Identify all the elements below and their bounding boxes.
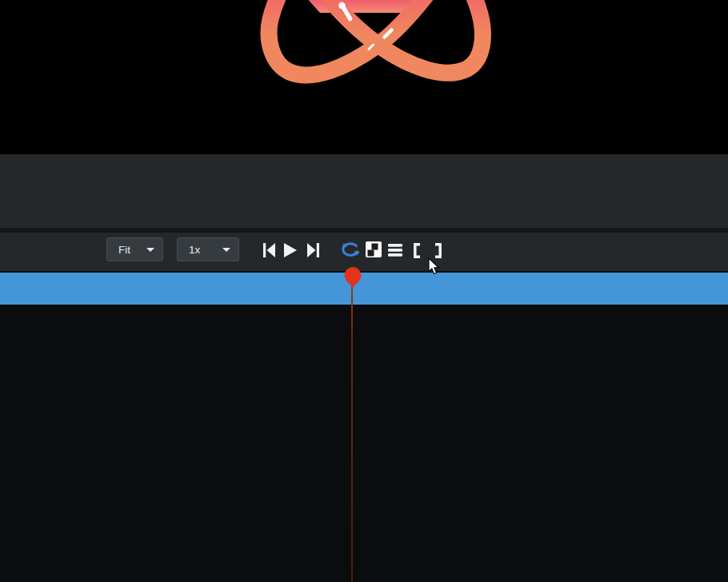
mark-out-button[interactable] — [434, 242, 443, 258]
player-toolbar: Fit 1x — [0, 233, 728, 271]
playback-speed-dropdown[interactable]: 1x — [177, 237, 239, 261]
timeline-track[interactable] — [0, 273, 728, 305]
chevron-down-icon — [222, 248, 230, 252]
playback-speed-dropdown-value: 1x — [189, 244, 200, 256]
frame-list-icon — [388, 244, 402, 257]
chevron-down-icon — [146, 248, 154, 252]
upper-panel-strip — [0, 154, 728, 228]
skip-to-end-icon — [307, 243, 319, 257]
loop-toggle-button[interactable] — [339, 241, 360, 259]
skip-to-end-button[interactable] — [306, 242, 319, 257]
playhead[interactable] — [342, 267, 363, 289]
lower-panel — [0, 305, 728, 582]
zoom-fit-dropdown[interactable]: Fit — [106, 237, 163, 261]
transparency-background-toggle-icon — [366, 241, 382, 257]
mark-out-bracket-icon — [434, 243, 443, 258]
loop-icon — [340, 242, 360, 258]
zoom-fit-dropdown-value: Fit — [118, 244, 130, 256]
frame-list-button[interactable] — [387, 243, 402, 257]
play-button[interactable] — [283, 242, 297, 257]
player-window: Fit 1x — [0, 0, 728, 582]
mark-in-button[interactable] — [411, 242, 421, 258]
play-icon — [284, 243, 297, 257]
background-toggle-button[interactable] — [365, 241, 382, 257]
mark-in-bracket-icon — [412, 243, 421, 258]
skip-to-start-icon — [263, 243, 275, 257]
playhead-line — [351, 286, 353, 582]
preview-canvas — [0, 0, 728, 154]
skip-to-start-button[interactable] — [262, 242, 275, 257]
mouse-cursor-arrow — [427, 257, 441, 276]
ribbon-animation-frame — [0, 0, 728, 154]
